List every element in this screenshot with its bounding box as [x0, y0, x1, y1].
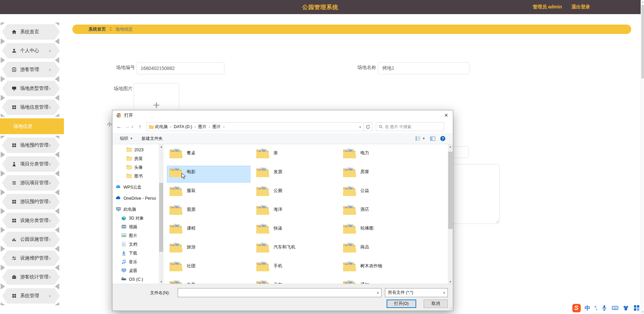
site-no-input[interactable]	[136, 62, 224, 74]
tree-item-文档[interactable]: 文档	[112, 240, 159, 249]
refresh-button[interactable]	[364, 122, 372, 131]
sidebar-item-5[interactable]: 场地预约管理∨	[2, 138, 60, 153]
file-item-服装[interactable]: 服装	[167, 185, 250, 201]
admin-user-link[interactable]: 管理员 admin	[533, 4, 562, 10]
file-item-海洋[interactable]: 海洋	[254, 203, 337, 220]
scroll-up-icon[interactable]: ▲	[448, 144, 453, 149]
file-item-股票[interactable]: 股票	[167, 203, 250, 220]
file-item-房屋[interactable]: 房屋	[341, 166, 424, 183]
site-name-input[interactable]	[378, 62, 469, 74]
dialog-resize-grip[interactable]	[449, 307, 452, 310]
scrollbar-thumb[interactable]	[641, 5, 644, 79]
tree-item-WPS云盘[interactable]: WPS云盘	[112, 183, 159, 192]
sidebar-item-6[interactable]: 项目分类管理∨	[2, 156, 60, 172]
file-item-旅游[interactable]: 旅游	[167, 241, 250, 258]
file-item-酒店[interactable]: 酒店	[341, 203, 424, 220]
file-item-公益[interactable]: 公益	[341, 185, 424, 201]
tree-item-图书[interactable]: 图书	[112, 172, 159, 181]
new-folder-button[interactable]: 新建文件夹	[142, 136, 163, 142]
file-item-餐桌[interactable]: 餐桌	[167, 147, 250, 164]
tree-item-图片[interactable]: 图片	[112, 231, 159, 240]
scroll-up-icon[interactable]: ▲	[641, 0, 644, 4]
keyboard-icon[interactable]	[612, 305, 618, 311]
breadcrumb-home-link[interactable]: 系统首页	[88, 26, 106, 32]
tree-item-下载[interactable]: 下载	[112, 249, 159, 258]
scroll-down-icon[interactable]: ▼	[641, 310, 644, 314]
file-item-茶[interactable]: 茶	[254, 147, 337, 164]
tree-item-此电脑[interactable]: 此电脑	[112, 205, 159, 214]
address-segment[interactable]: DATA (D:)	[174, 124, 192, 129]
file-item-快递[interactable]: 快递	[254, 222, 337, 239]
sidebar-item-9[interactable]: 设施分类管理∨	[2, 213, 60, 228]
tree-item-OS (C:)[interactable]: OS (C:)	[112, 275, 159, 284]
tree-item-OneDrive - Perso[interactable]: OneDrive - Perso	[112, 194, 159, 203]
file-item-手机[interactable]: 手机	[254, 260, 337, 277]
chinese-mode-icon[interactable]: 中	[585, 304, 591, 312]
sidebar-item-3[interactable]: 场地类型管理∨	[2, 81, 60, 96]
chevron-down-icon[interactable]: ∨	[374, 291, 381, 295]
textarea-resize-grip[interactable]	[495, 220, 499, 223]
address-dropdown-icon[interactable]: ∨	[359, 125, 361, 129]
sidebar-item-0[interactable]: 系统首页	[2, 24, 60, 40]
filename-input[interactable]	[178, 288, 374, 297]
file-item-商品[interactable]: 商品	[341, 241, 424, 258]
file-item-电影[interactable]: 电影	[167, 166, 250, 183]
close-icon[interactable]: ✕	[439, 110, 453, 120]
logout-link[interactable]: 退出登录	[571, 4, 590, 10]
back-arrow-icon[interactable]: ←	[115, 124, 123, 130]
file-item-发票[interactable]: 发票	[254, 166, 337, 183]
open-button[interactable]: 打开(O)	[387, 300, 416, 308]
tree-scrollbar[interactable]: ▲ ▼	[159, 144, 164, 284]
tree-item-视频[interactable]: 视频	[112, 223, 159, 231]
address-segment[interactable]: 此电脑	[155, 124, 168, 130]
history-dropdown-icon[interactable]: ∨	[131, 125, 136, 128]
file-item-汽车和飞机[interactable]: 汽车和飞机	[254, 241, 337, 258]
up-arrow-icon[interactable]: ↑	[136, 124, 144, 130]
sidebar-item-10[interactable]: 公园设施管理∨	[2, 232, 60, 247]
file-item-轮播图[interactable]: 轮播图	[341, 222, 424, 239]
sidebar-subitem-场地信息[interactable]: 场地信息	[0, 118, 64, 134]
sidebar-item-7[interactable]: 游玩项目管理∨	[2, 175, 60, 191]
toolbox-grid-icon[interactable]	[633, 305, 640, 311]
help-icon[interactable]: ?	[440, 136, 445, 141]
cancel-button[interactable]: 取消	[424, 300, 448, 308]
file-item-电力[interactable]: 电力	[341, 147, 424, 164]
address-segment[interactable]: 图片	[213, 124, 221, 130]
file-item-label: 电影	[187, 169, 195, 175]
scroll-up-icon[interactable]: ▲	[159, 144, 164, 149]
punctuation-mode-icon[interactable]: °,	[595, 305, 597, 311]
browser-scrollbar[interactable]: ▲ ▼	[641, 0, 644, 314]
sidebar-item-12[interactable]: 游客统计管理∨	[2, 269, 60, 285]
sidebar-item-11[interactable]: 设施维护管理∨	[2, 250, 60, 266]
organize-menu-button[interactable]: 组织▼	[120, 136, 133, 142]
sidebar-item-2[interactable]: 游客管理∨	[2, 62, 60, 77]
address-bar[interactable]: 此电脑›DATA (D:)›图片›图片›∨	[147, 122, 364, 131]
microphone-icon[interactable]	[601, 305, 608, 311]
filetype-select[interactable]: 所有文件 (*.*) ∨	[385, 288, 448, 297]
dialog-titlebar[interactable]: 打开 ✕	[112, 110, 453, 120]
sidebar-item-8[interactable]: 游玩预约管理∨	[2, 194, 60, 209]
corner-decoration	[1, 95, 5, 98]
file-item-课程[interactable]: 课程	[167, 222, 250, 239]
tree-item-2023[interactable]: 2023	[112, 146, 159, 154]
sidebar-item-1[interactable]: 个人中心∨	[2, 43, 60, 58]
preview-pane-button[interactable]	[430, 136, 435, 141]
file-item-树木农作物[interactable]: 树木农作物	[341, 260, 424, 277]
tree-item-桌面[interactable]: 桌面	[112, 266, 159, 275]
file-list-scrollbar[interactable]: ▲ ▼	[448, 144, 453, 284]
forward-arrow-icon[interactable]: →	[123, 124, 131, 130]
skin-shirt-icon[interactable]	[622, 305, 629, 311]
search-input[interactable]	[385, 124, 435, 129]
view-mode-button[interactable]: ▼	[415, 136, 425, 141]
file-item-社团[interactable]: 社团	[167, 260, 250, 277]
tree-item-头像[interactable]: 头像	[112, 163, 159, 172]
tree-item-房屋[interactable]: 房屋	[112, 154, 159, 163]
address-segment[interactable]: 图片	[198, 124, 207, 130]
tree-item-音乐[interactable]: 音乐	[112, 258, 159, 266]
sidebar-item-wrap: 项目分类管理∨	[0, 156, 64, 172]
tree-item-3D 对象[interactable]: 3D 对象	[112, 214, 159, 223]
sidebar-item-13[interactable]: 系统管理∨	[2, 288, 60, 304]
file-item-公厕[interactable]: 公厕	[254, 185, 337, 201]
sogou-input-icon[interactable]: S	[572, 304, 581, 312]
sidebar-item-4[interactable]: 场地信息管理∧	[2, 100, 60, 115]
